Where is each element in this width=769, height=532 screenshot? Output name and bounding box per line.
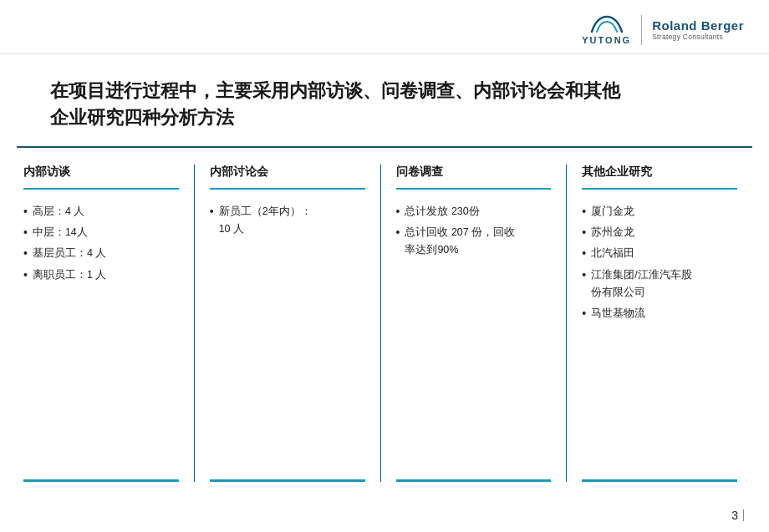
title-line1: 在项目进行过程中，主要采用内部访谈、问卷调查、内部讨论会和其他	[50, 80, 620, 101]
col-body-internal-interview: 高层：4 人 中层：14人 基层员工：4 人 离职员工：1 人	[23, 203, 179, 479]
list-item: 中层：14人	[23, 224, 179, 241]
col-body-questionnaire: 总计发放 230份 总计回收 207 份，回收率达到90%	[396, 203, 552, 479]
col-bottom-accent	[210, 479, 365, 482]
col-bottom-accent	[582, 479, 737, 482]
column-questionnaire: 问卷调查 总计发放 230份 总计回收 207 份，回收率达到90%	[381, 165, 568, 482]
title-line2: 企业研究四种分析方法	[50, 107, 234, 128]
bullet-list-interview: 高层：4 人 中层：14人 基层员工：4 人 离职员工：1 人	[23, 203, 179, 284]
list-item: 基层员工：4 人	[23, 245, 179, 262]
list-item: 苏州金龙	[582, 224, 737, 241]
list-item: 离职员工：1 人	[23, 266, 179, 284]
yutong-arc-icon	[588, 15, 625, 33]
col-body-enterprise-research: 厦门金龙 苏州金龙 北汽福田 江淮集团/江淮汽车股份有限公司 马世基物流	[582, 203, 737, 479]
col-header-internal-discussion: 内部讨论会	[210, 165, 365, 190]
bullet-list-discussion: 新员工（2年内）：10 人	[210, 203, 365, 239]
yutong-logo: YUTONG	[582, 15, 631, 45]
header: YUTONG Roland Berger Strategy Consultant…	[0, 0, 769, 54]
list-item: 厦门金龙	[582, 203, 737, 220]
list-item: 高层：4 人	[23, 203, 179, 220]
list-item: 新员工（2年内）：10 人	[210, 203, 365, 239]
column-enterprise-research: 其他企业研究 厦门金龙 苏州金龙 北汽福田 江淮集团/江淮汽车股份有限公司 马世…	[567, 165, 752, 482]
title-section: 在项目进行过程中，主要采用内部访谈、问卷调查、内部讨论会和其他 企业研究四种分析…	[17, 54, 752, 148]
content-area: 内部访谈 高层：4 人 中层：14人 基层员工：4 人 离职员工：1 人 内部讨…	[0, 165, 769, 482]
col-bottom-accent	[396, 479, 552, 482]
col-header-questionnaire: 问卷调查	[396, 165, 552, 190]
page-number: 3	[731, 509, 738, 522]
col-body-internal-discussion: 新员工（2年内）：10 人	[210, 203, 365, 479]
logo-divider	[641, 15, 642, 45]
col-bottom-accent	[23, 479, 179, 482]
list-item: 总计发放 230份	[396, 203, 552, 220]
footer-divider	[743, 509, 744, 521]
main-title: 在项目进行过程中，主要采用内部访谈、问卷调查、内部讨论会和其他 企业研究四种分析…	[50, 78, 719, 131]
col-header-internal-interview: 内部访谈	[23, 165, 179, 190]
list-item: 江淮集团/江淮汽车股份有限公司	[582, 266, 737, 302]
bullet-list-enterprise: 厦门金龙 苏州金龙 北汽福田 江淮集团/江淮汽车股份有限公司 马世基物流	[582, 203, 737, 323]
column-internal-interview: 内部访谈 高层：4 人 中层：14人 基层员工：4 人 离职员工：1 人	[17, 165, 195, 482]
list-item: 总计回收 207 份，回收率达到90%	[396, 224, 552, 260]
footer: 3	[731, 509, 744, 522]
logo-area: YUTONG Roland Berger Strategy Consultant…	[582, 15, 744, 45]
list-item: 马世基物流	[582, 305, 737, 322]
list-item: 北汽福田	[582, 245, 737, 262]
col-header-enterprise-research: 其他企业研究	[582, 165, 737, 190]
rb-brand-name: Roland Berger	[652, 19, 744, 33]
yutong-brand-text: YUTONG	[582, 35, 631, 45]
column-internal-discussion: 内部讨论会 新员工（2年内）：10 人	[195, 165, 381, 482]
bullet-list-questionnaire: 总计发放 230份 总计回收 207 份，回收率达到90%	[396, 203, 552, 260]
rb-brand-subtitle: Strategy Consultants	[652, 33, 723, 41]
roland-berger-logo: Roland Berger Strategy Consultants	[652, 19, 744, 42]
